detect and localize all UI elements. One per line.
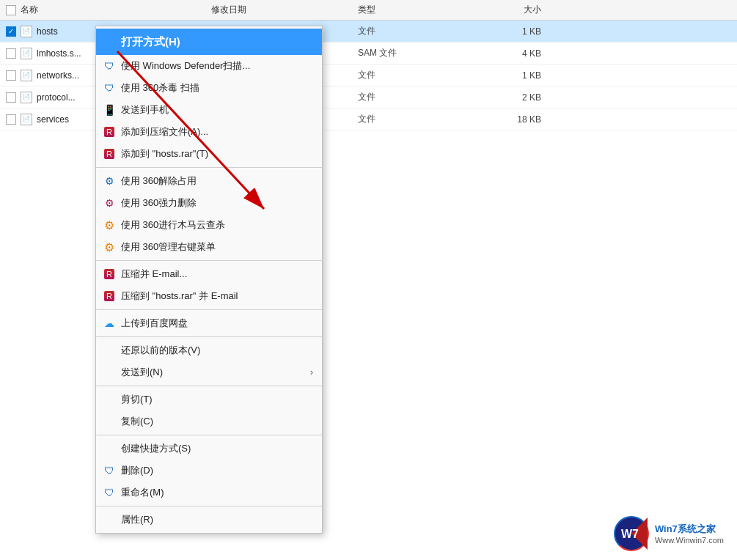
menu-separator bbox=[96, 336, 322, 337]
cell-type-services: 文件 bbox=[358, 113, 475, 125]
menu-item-360-free-space[interactable]: ⚙ 使用 360解除占用 bbox=[96, 170, 322, 192]
row-checkbox-networks[interactable] bbox=[6, 70, 16, 81]
file-icon-services: 📄 bbox=[21, 114, 32, 125]
context-menu: 打开方式(H) 🛡 使用 Windows Defender扫描... 🛡 使用 … bbox=[95, 26, 323, 534]
menu-item-copy[interactable]: 复制(C) bbox=[96, 410, 322, 432]
menu-label-send-to: 发送到(N) bbox=[121, 366, 163, 379]
menu-icon-delete: 🛡 bbox=[102, 463, 117, 478]
menu-item-restore-prev[interactable]: 还原以前的版本(V) bbox=[96, 339, 322, 361]
menu-icon-cut bbox=[102, 392, 117, 407]
menu-item-compress-hosts-email[interactable]: R 压缩到 "hosts.rar" 并 E-mail bbox=[96, 285, 322, 307]
file-icon-networks: 📄 bbox=[21, 70, 32, 81]
menu-icon-restore-prev bbox=[102, 343, 117, 358]
menu-item-scan-defender[interactable]: 🛡 使用 Windows Defender扫描... bbox=[96, 55, 322, 77]
menu-separator bbox=[96, 309, 322, 310]
menu-item-360-trojan[interactable]: ⚙ 使用 360进行木马云查杀 bbox=[96, 214, 322, 236]
menu-label-360-trojan: 使用 360进行木马云查杀 bbox=[121, 218, 225, 232]
menu-separator bbox=[96, 506, 322, 506]
watermark-line2: Www.Winwin7.com bbox=[655, 536, 724, 545]
menu-item-360-force-delete[interactable]: ⚙ 使用 360强力删除 bbox=[96, 192, 322, 214]
menu-item-send-to[interactable]: 发送到(N) › bbox=[96, 361, 322, 383]
file-explorer: 名称 修改日期 类型 大小 📄 hosts 2015/10/30 15:01 文… bbox=[0, 0, 737, 560]
row-checkbox-hosts[interactable] bbox=[6, 26, 16, 37]
menu-icon-add-archive: R bbox=[102, 125, 117, 139]
file-icon-lmhosts: 📄 bbox=[21, 48, 32, 59]
menu-item-add-hosts-rar[interactable]: R 添加到 "hosts.rar"(T) bbox=[96, 143, 322, 165]
menu-item-compress-email[interactable]: R 压缩并 E-mail... bbox=[96, 263, 322, 285]
watermark-logo: W7 bbox=[614, 516, 649, 551]
menu-icon-send-phone: 📱 bbox=[102, 103, 117, 117]
cell-type-protocol: 文件 bbox=[358, 91, 475, 103]
cell-type-hosts: 文件 bbox=[358, 25, 475, 37]
table-header: 名称 修改日期 类型 大小 bbox=[0, 0, 737, 21]
menu-icon-360-trojan: ⚙ bbox=[102, 218, 117, 232]
menu-item-scan-360[interactable]: 🛡 使用 360杀毒 扫描 bbox=[96, 77, 322, 99]
menu-label-restore-prev: 还原以前的版本(V) bbox=[121, 344, 200, 357]
menu-label-delete: 删除(D) bbox=[121, 464, 153, 477]
file-name-lmhosts: lmhosts.s... bbox=[37, 48, 81, 59]
menu-label-360-right-menu: 使用 360管理右键菜单 bbox=[121, 240, 216, 254]
menu-icon-create-shortcut bbox=[102, 441, 117, 456]
watermark: W7 Win7系统之家 Www.Winwin7.com bbox=[614, 516, 724, 551]
menu-item-rename[interactable]: 🛡 重命名(M) bbox=[96, 482, 322, 504]
file-icon-protocol: 📄 bbox=[21, 92, 32, 103]
menu-label-create-shortcut: 创建快捷方式(S) bbox=[121, 442, 191, 455]
menu-icon-compress-hosts-email: R bbox=[102, 289, 117, 303]
menu-item-upload-baidu[interactable]: ☁ 上传到百度网盘 bbox=[96, 312, 322, 334]
menu-label-open-with: 打开方式(H) bbox=[121, 35, 180, 49]
menu-icon-open-with bbox=[102, 34, 117, 49]
cell-type-lmhosts: SAM 文件 bbox=[358, 47, 475, 59]
menu-label-rename: 重命名(M) bbox=[121, 486, 164, 499]
menu-separator bbox=[96, 167, 322, 168]
menu-icon-send-to bbox=[102, 365, 117, 380]
file-name-protocol: protocol... bbox=[37, 92, 76, 103]
menu-item-add-archive[interactable]: R 添加到压缩文件(A)... bbox=[96, 121, 322, 143]
col-name-header: 名称 bbox=[21, 4, 38, 16]
menu-label-send-phone: 发送到手机 bbox=[121, 103, 169, 117]
menu-label-add-archive: 添加到压缩文件(A)... bbox=[121, 125, 208, 139]
cell-size-hosts: 1 KB bbox=[475, 26, 549, 37]
menu-icon-add-hosts-rar: R bbox=[102, 147, 117, 161]
menu-label-scan-360: 使用 360杀毒 扫描 bbox=[121, 81, 199, 95]
menu-label-add-hosts-rar: 添加到 "hosts.rar"(T) bbox=[121, 147, 208, 161]
file-icon-hosts: 📄 bbox=[21, 26, 32, 37]
menu-item-properties[interactable]: 属性(R) bbox=[96, 509, 322, 531]
menu-icon-rename: 🛡 bbox=[102, 485, 117, 500]
col-size-header: 大小 bbox=[475, 4, 549, 16]
menu-item-360-right-menu[interactable]: ⚙ 使用 360管理右键菜单 bbox=[96, 236, 322, 258]
menu-label-upload-baidu: 上传到百度网盘 bbox=[121, 317, 188, 330]
cell-size-protocol: 2 KB bbox=[475, 92, 549, 103]
menu-item-delete[interactable]: 🛡 删除(D) bbox=[96, 460, 322, 482]
menu-icon-360-right-menu: ⚙ bbox=[102, 240, 117, 254]
menu-item-send-phone[interactable]: 📱 发送到手机 bbox=[96, 99, 322, 121]
menu-label-compress-hosts-email: 压缩到 "hosts.rar" 并 E-mail bbox=[121, 290, 238, 303]
menu-icon-scan-360: 🛡 bbox=[102, 81, 117, 95]
watermark-text: Win7系统之家 Www.Winwin7.com bbox=[655, 523, 724, 545]
svg-text:W7: W7 bbox=[621, 528, 639, 540]
menu-icon-compress-email: R bbox=[102, 267, 117, 281]
menu-separator bbox=[96, 386, 322, 386]
cell-size-networks: 1 KB bbox=[475, 70, 549, 81]
menu-separator bbox=[96, 435, 322, 435]
menu-item-cut[interactable]: 剪切(T) bbox=[96, 388, 322, 410]
row-checkbox-services[interactable] bbox=[6, 114, 16, 125]
menu-label-360-free-space: 使用 360解除占用 bbox=[121, 174, 197, 188]
menu-label-compress-email: 压缩并 E-mail... bbox=[121, 268, 187, 281]
cell-size-lmhosts: 4 KB bbox=[475, 48, 549, 59]
row-checkbox-protocol[interactable] bbox=[6, 92, 16, 103]
menu-icon-upload-baidu: ☁ bbox=[102, 316, 117, 331]
row-checkbox-lmhosts[interactable] bbox=[6, 48, 16, 59]
menu-item-create-shortcut[interactable]: 创建快捷方式(S) bbox=[96, 438, 322, 460]
file-name-hosts: hosts bbox=[37, 26, 58, 37]
cell-size-services: 18 KB bbox=[475, 114, 549, 125]
submenu-arrow-send-to: › bbox=[310, 367, 313, 377]
menu-label-scan-defender: 使用 Windows Defender扫描... bbox=[121, 59, 250, 73]
col-date-header: 修改日期 bbox=[211, 4, 358, 16]
header-checkbox[interactable] bbox=[6, 5, 16, 15]
menu-separator bbox=[96, 260, 322, 261]
menu-icon-360-free-space: ⚙ bbox=[102, 174, 117, 188]
menu-item-open-with[interactable]: 打开方式(H) bbox=[96, 29, 322, 55]
menu-icon-360-force-delete: ⚙ bbox=[102, 196, 117, 210]
menu-icon-copy bbox=[102, 414, 117, 429]
file-name-services: services bbox=[37, 114, 69, 125]
